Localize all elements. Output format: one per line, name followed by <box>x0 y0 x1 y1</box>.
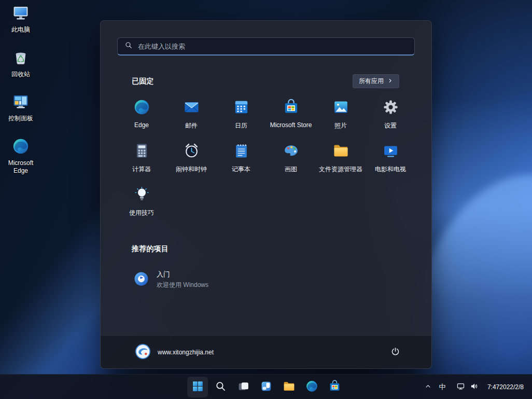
desktop-icon-list: 此电脑 回收站 <box>4 4 37 175</box>
search-input[interactable] <box>138 43 408 50</box>
pinned-app-edge[interactable]: Edge <box>117 95 166 139</box>
taskbar-search-button[interactable] <box>210 377 231 397</box>
app-label: 照片 <box>334 121 347 130</box>
app-label: 设置 <box>384 121 397 130</box>
pinned-app-notepad[interactable]: 记事本 <box>216 139 266 183</box>
search-icon <box>214 380 227 394</box>
get-started-icon <box>133 271 149 289</box>
app-label: 邮件 <box>185 121 198 130</box>
tray-status-group[interactable] <box>453 378 482 396</box>
movies-tv-icon <box>382 142 399 161</box>
windows-logo-icon <box>191 380 204 394</box>
control-panel-icon <box>12 93 30 113</box>
desktop-icon-label: Microsoft Edge <box>4 159 37 175</box>
ime-label: 中 <box>439 382 445 392</box>
calculator-icon <box>133 142 150 161</box>
power-icon <box>390 347 400 358</box>
taskbar-start-button[interactable] <box>187 377 208 397</box>
pinned-section-title: 已固定 <box>132 77 154 86</box>
taskbar-edge-button[interactable] <box>301 377 322 397</box>
system-tray: 中 7:47 2022/2/8 <box>422 375 532 399</box>
store-icon <box>283 99 300 118</box>
desktop-icon-label: 此电脑 <box>11 26 30 34</box>
pinned-app-tips[interactable]: 使用技巧 <box>117 183 166 226</box>
chevron-up-icon <box>424 382 432 392</box>
photos-icon <box>332 99 349 118</box>
settings-gear-icon <box>382 99 399 118</box>
network-icon <box>456 382 465 392</box>
clock-time: 7:47 <box>487 383 499 391</box>
pinned-app-settings[interactable]: 设置 <box>366 95 415 139</box>
recycle-bin-icon <box>12 49 30 68</box>
pinned-app-grid: Edge 邮件 <box>117 95 416 226</box>
pinned-app-mail[interactable]: 邮件 <box>166 95 216 139</box>
hidden-icons-button[interactable] <box>422 378 435 396</box>
folder-icon <box>283 380 296 394</box>
pinned-app-alarms-clock[interactable]: 闹钟和时钟 <box>166 139 216 183</box>
pinned-app-calendar[interactable]: 日历 <box>216 95 266 139</box>
desktop-icon-label: 回收站 <box>11 71 30 79</box>
task-view-icon <box>237 380 250 394</box>
app-label: 计算器 <box>132 165 151 174</box>
app-label: Edge <box>134 121 149 129</box>
edge-icon <box>133 99 150 118</box>
alarm-clock-icon <box>183 142 200 161</box>
recommended-subtitle: 欢迎使用 Windows <box>157 281 208 290</box>
paint-palette-icon <box>283 142 300 161</box>
app-label: 闹钟和时钟 <box>176 165 207 174</box>
user-name: www.xitongzhijia.net <box>158 349 214 356</box>
clock[interactable]: 7:47 2022/2/8 <box>482 378 526 396</box>
taskbar-widgets-button[interactable] <box>256 377 276 397</box>
pinned-app-file-explorer[interactable]: 文件资源管理器 <box>316 139 366 183</box>
avatar <box>135 343 151 361</box>
ime-indicator[interactable]: 中 <box>435 378 450 396</box>
recommended-title: 入门 <box>157 270 208 279</box>
desktop-icon-edge[interactable]: Microsoft Edge <box>4 137 37 175</box>
desktop-icon-control-panel[interactable]: 控制面板 <box>4 93 37 123</box>
app-label: 电影和电视 <box>375 165 406 174</box>
app-label: 日历 <box>235 121 247 130</box>
search-box[interactable] <box>117 37 415 56</box>
desktop-icon-label: 控制面板 <box>8 115 33 123</box>
app-label: Microsoft Store <box>270 121 312 129</box>
lightbulb-icon <box>133 186 150 205</box>
edge-icon <box>12 137 30 157</box>
taskbar-center <box>187 375 345 399</box>
user-account-button[interactable]: www.xitongzhijia.net <box>131 341 218 364</box>
pinned-app-microsoft-store[interactable]: Microsoft Store <box>266 95 316 139</box>
notepad-icon <box>233 142 250 161</box>
widgets-icon <box>260 380 273 394</box>
chevron-right-icon <box>387 78 393 85</box>
app-label: 画图 <box>285 165 297 174</box>
all-apps-label: 所有应用 <box>359 77 384 86</box>
app-label: 文件资源管理器 <box>319 165 362 174</box>
mail-icon <box>183 99 200 118</box>
app-label: 使用技巧 <box>129 209 154 217</box>
calendar-icon <box>233 99 250 118</box>
desktop-icon-recycle-bin[interactable]: 回收站 <box>4 49 37 79</box>
clock-date: 2022/2/8 <box>499 383 524 391</box>
taskbar-task-view-button[interactable] <box>233 377 254 397</box>
app-label: 记事本 <box>232 165 250 174</box>
folder-icon <box>332 142 349 161</box>
edge-icon <box>305 380 318 394</box>
start-menu: 已固定 所有应用 Edge <box>100 20 432 369</box>
taskbar-store-button[interactable] <box>324 377 345 397</box>
pinned-app-calculator[interactable]: 计算器 <box>117 139 166 183</box>
all-apps-button[interactable]: 所有应用 <box>353 74 399 88</box>
pinned-app-movies-tv[interactable]: 电影和电视 <box>366 139 415 183</box>
pinned-app-photos[interactable]: 照片 <box>316 95 366 139</box>
volume-icon <box>470 382 479 392</box>
store-icon <box>328 380 341 394</box>
search-icon <box>124 41 133 51</box>
recommended-section-title: 推荐的项目 <box>132 244 169 253</box>
power-button[interactable] <box>385 342 405 363</box>
recommended-item-get-started[interactable]: 入门 欢迎使用 Windows <box>125 265 286 294</box>
desktop-icon-this-pc[interactable]: 此电脑 <box>4 4 37 34</box>
pinned-app-paint[interactable]: 画图 <box>266 139 316 183</box>
taskbar-file-explorer-button[interactable] <box>278 377 299 397</box>
this-pc-icon <box>12 4 30 24</box>
taskbar: 中 7:47 2022/2/8 <box>0 374 532 399</box>
start-menu-footer: www.xitongzhijia.net <box>101 335 431 368</box>
